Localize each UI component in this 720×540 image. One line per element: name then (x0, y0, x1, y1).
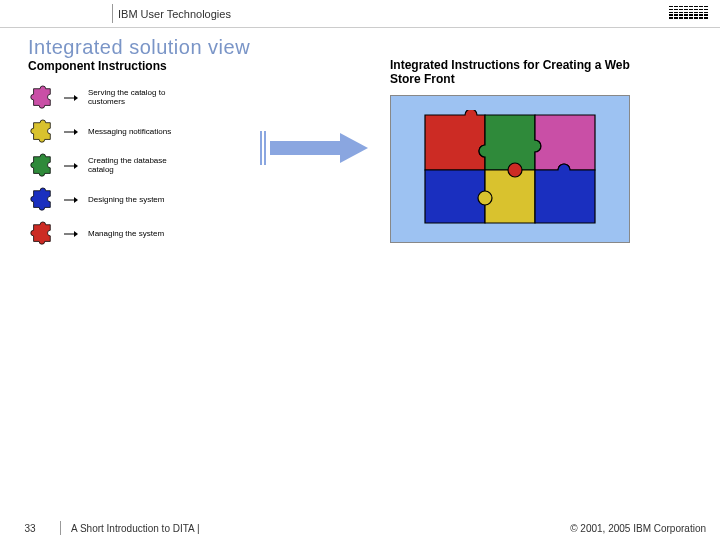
component-label: Serving the catalog to customers (88, 89, 178, 107)
puzzle-piece-icon (28, 153, 54, 179)
slide-footer: 33 A Short Introduction to DITA | © 2001… (0, 516, 720, 540)
component-list: Serving the catalog to customersMessagin… (28, 85, 248, 247)
slide-title: Integrated solution view (0, 28, 720, 59)
component-row: Managing the system (28, 221, 248, 247)
right-heading: Integrated Instructions for Creating a W… (390, 59, 650, 87)
footer-title: A Short Introduction to DITA | (71, 523, 570, 534)
arrow-right-icon (64, 128, 78, 136)
svg-rect-12 (270, 141, 340, 155)
component-label: Creating the database catalog (88, 157, 178, 175)
integration-arrow-icon (260, 131, 370, 165)
component-label: Managing the system (88, 230, 164, 239)
component-row: Serving the catalog to customers (28, 85, 248, 111)
component-row: Messaging notifications (28, 119, 248, 145)
arrow-right-icon (64, 162, 78, 170)
puzzle-piece-icon (28, 187, 54, 213)
component-label: Messaging notifications (88, 128, 171, 137)
svg-marker-3 (74, 129, 78, 135)
copyright: © 2001, 2005 IBM Corporation (570, 523, 720, 534)
arrow-right-icon (64, 94, 78, 102)
slide-content: Component Instructions Serving the catal… (0, 59, 720, 95)
svg-marker-7 (74, 197, 78, 203)
svg-marker-9 (74, 231, 78, 237)
component-label: Designing the system (88, 196, 164, 205)
right-panel: Integrated Instructions for Creating a W… (390, 59, 650, 243)
integrated-puzzle-box (390, 95, 630, 243)
integrated-puzzle-icon (420, 110, 600, 228)
puzzle-piece-icon (28, 85, 54, 111)
component-row: Creating the database catalog (28, 153, 248, 179)
left-heading: Component Instructions (28, 59, 248, 73)
arrow-right-icon (64, 230, 78, 238)
slide-header: IBM User Technologies (0, 0, 720, 28)
svg-point-15 (478, 191, 492, 205)
svg-rect-11 (264, 131, 266, 165)
header-divider (112, 4, 113, 23)
svg-marker-13 (340, 133, 368, 163)
svg-point-14 (508, 163, 522, 177)
svg-marker-1 (74, 95, 78, 101)
component-row: Designing the system (28, 187, 248, 213)
ibm-logo (669, 6, 708, 20)
page-number: 33 (0, 523, 60, 534)
left-panel: Component Instructions Serving the catal… (28, 59, 248, 255)
svg-rect-10 (260, 131, 262, 165)
arrow-right-icon (64, 196, 78, 204)
puzzle-piece-icon (28, 221, 54, 247)
svg-marker-5 (74, 163, 78, 169)
puzzle-piece-icon (28, 119, 54, 145)
header-org: IBM User Technologies (118, 8, 231, 20)
footer-divider (60, 521, 61, 535)
